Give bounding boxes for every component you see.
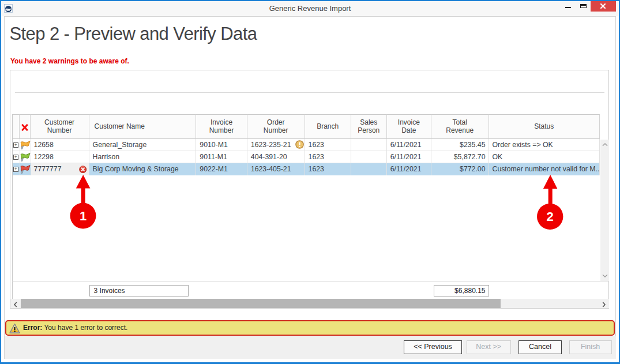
svg-text:1: 1 [80, 209, 87, 223]
svg-text:2: 2 [547, 209, 554, 224]
